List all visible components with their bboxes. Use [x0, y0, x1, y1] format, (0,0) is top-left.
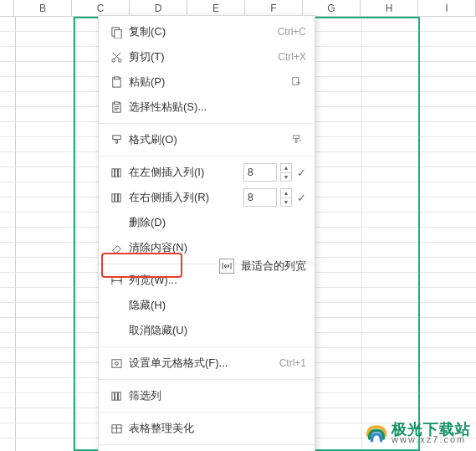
spinner[interactable]: ▲ ▼: [280, 188, 292, 207]
row-number[interactable]: [0, 393, 16, 408]
cell[interactable]: [362, 303, 420, 318]
menu-unhide[interactable]: 取消隐藏(U): [99, 318, 315, 343]
cell[interactable]: [420, 152, 476, 167]
row-number[interactable]: [0, 17, 16, 32]
cell[interactable]: [362, 318, 420, 333]
cell[interactable]: [420, 393, 476, 408]
check-icon[interactable]: ✓: [297, 192, 306, 204]
menu-table-beautify[interactable]: 表格整理美化: [99, 416, 315, 441]
cell[interactable]: [362, 288, 420, 303]
cell[interactable]: [16, 137, 74, 152]
cell[interactable]: [362, 77, 420, 92]
cell[interactable]: [16, 318, 74, 333]
menu-filter-column[interactable]: 筛选列: [99, 383, 315, 408]
cell[interactable]: [420, 333, 476, 348]
cell[interactable]: [420, 182, 476, 197]
cell[interactable]: [362, 213, 420, 228]
col-header[interactable]: H: [361, 0, 418, 16]
row-number[interactable]: [0, 258, 16, 273]
cell[interactable]: [16, 408, 74, 423]
cell[interactable]: [420, 363, 476, 378]
cell[interactable]: [362, 243, 420, 258]
cell[interactable]: [16, 303, 74, 318]
row-number[interactable]: [0, 122, 16, 137]
cell[interactable]: [420, 47, 476, 62]
cell[interactable]: [16, 273, 74, 288]
cell[interactable]: [16, 423, 74, 438]
cell[interactable]: [420, 318, 476, 333]
row-number[interactable]: [0, 318, 16, 333]
row-number[interactable]: [0, 438, 16, 451]
cell[interactable]: [16, 107, 74, 122]
col-header[interactable]: C: [72, 0, 130, 16]
insert-right-count[interactable]: 8: [243, 188, 277, 207]
cell[interactable]: [16, 32, 74, 47]
cell[interactable]: [16, 243, 74, 258]
spin-up-icon[interactable]: ▲: [280, 163, 292, 172]
cell[interactable]: [16, 122, 74, 137]
menu-insert-right[interactable]: 在右侧插入列(R) 8 ▲ ▼ ✓: [99, 185, 315, 210]
row-number[interactable]: [0, 363, 16, 378]
cell[interactable]: [362, 92, 420, 107]
menu-insert-left[interactable]: 在左侧插入列(I) 8 ▲ ▼ ✓: [99, 160, 315, 185]
cell[interactable]: [420, 243, 476, 258]
menu-hide[interactable]: 隐藏(H): [99, 293, 315, 318]
cell[interactable]: [16, 348, 74, 363]
cell[interactable]: [362, 333, 420, 348]
cell[interactable]: [420, 107, 476, 122]
cell[interactable]: [420, 32, 476, 47]
row-number[interactable]: [0, 378, 16, 393]
cell[interactable]: [362, 393, 420, 408]
cell[interactable]: [420, 62, 476, 77]
cell[interactable]: [362, 167, 420, 182]
row-number[interactable]: [0, 92, 16, 107]
format-painter-alt-icon[interactable]: [288, 134, 306, 146]
cell[interactable]: [16, 333, 74, 348]
cell[interactable]: [420, 167, 476, 182]
cell[interactable]: [16, 182, 74, 197]
paste-options-icon[interactable]: [288, 76, 306, 88]
row-number[interactable]: [0, 167, 16, 182]
row-number[interactable]: [0, 77, 16, 92]
cell[interactable]: [420, 213, 476, 228]
cell[interactable]: [362, 32, 420, 47]
cell[interactable]: [362, 137, 420, 152]
row-number[interactable]: [0, 333, 16, 348]
menu-copy[interactable]: 复制(C) Ctrl+C: [99, 19, 315, 44]
row-number[interactable]: [0, 107, 16, 122]
cell[interactable]: [420, 378, 476, 393]
menu-paste-special[interactable]: 选择性粘贴(S)...: [99, 95, 315, 120]
cell[interactable]: [362, 378, 420, 393]
cell[interactable]: [420, 273, 476, 288]
col-header[interactable]: G: [303, 0, 361, 16]
cell[interactable]: [16, 213, 74, 228]
cell[interactable]: [362, 363, 420, 378]
cell[interactable]: [362, 348, 420, 363]
cell[interactable]: [362, 228, 420, 243]
cell[interactable]: [420, 17, 476, 32]
menu-cut[interactable]: 剪切(T) Ctrl+X: [99, 44, 315, 69]
row-number[interactable]: [0, 303, 16, 318]
menu-cell-format[interactable]: 设置单元格格式(F)... Ctrl+1: [99, 351, 315, 376]
row-number[interactable]: [0, 348, 16, 363]
menu-paste[interactable]: 粘贴(P): [99, 69, 315, 95]
cell[interactable]: [362, 62, 420, 77]
insert-left-count[interactable]: 8: [243, 163, 277, 182]
cell[interactable]: [420, 228, 476, 243]
spinner[interactable]: ▲ ▼: [280, 163, 292, 182]
cell[interactable]: [16, 167, 74, 182]
row-number[interactable]: [0, 197, 16, 213]
row-number[interactable]: [0, 213, 16, 228]
row-number[interactable]: [0, 32, 16, 47]
col-header[interactable]: F: [245, 0, 303, 16]
cell[interactable]: [362, 17, 420, 32]
cell[interactable]: [16, 228, 74, 243]
cell[interactable]: [362, 47, 420, 62]
cell[interactable]: [362, 107, 420, 122]
spin-down-icon[interactable]: ▼: [280, 172, 292, 182]
cell[interactable]: [16, 77, 74, 92]
cell[interactable]: [16, 378, 74, 393]
row-number[interactable]: [0, 137, 16, 152]
cell[interactable]: [16, 152, 74, 167]
menu-format-painter[interactable]: 格式刷(O): [99, 127, 315, 152]
